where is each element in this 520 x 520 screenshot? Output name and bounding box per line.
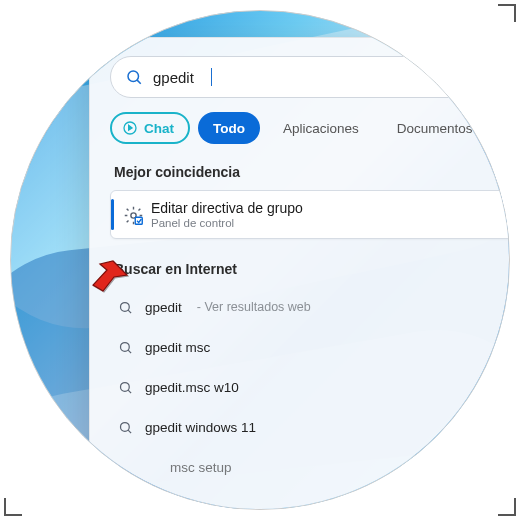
filter-apps[interactable]: Aplicaciones	[268, 112, 374, 144]
web-result-item[interactable]: gpedit msc ›	[110, 327, 510, 367]
best-match-heading: Mejor coincidencia	[114, 164, 510, 180]
filter-all[interactable]: Todo	[198, 112, 260, 144]
filter-docs[interactable]: Documentos	[382, 112, 488, 144]
web-result-query: gpedit	[145, 300, 182, 315]
web-result-query: gpedit.msc w10	[145, 380, 239, 395]
web-result-query: gpedit windows 11	[145, 420, 256, 435]
filter-web[interactable]: Web	[496, 112, 510, 144]
web-result-query: msc setup	[170, 460, 232, 475]
search-box[interactable]: gpedit	[110, 56, 510, 98]
gear-icon	[123, 205, 144, 226]
web-result-item[interactable]: gpedit - Ver resultados web ›	[110, 287, 510, 327]
crop-corner-icon	[488, 488, 516, 516]
web-result-query: gpedit msc	[145, 340, 210, 355]
crop-corner-icon	[4, 488, 32, 516]
web-result-item[interactable]: msc setup	[110, 447, 510, 487]
annotation-arrow-icon	[67, 255, 129, 317]
filter-label: Chat	[144, 121, 174, 136]
best-match-title: Editar directiva de grupo	[151, 200, 510, 216]
web-result-item[interactable]: gpedit windows 11 ›	[110, 407, 510, 447]
start-search-panel: gpedit Chat Todo Aplicaciones Documentos…	[89, 37, 510, 510]
search-icon	[118, 380, 133, 395]
filter-label: Aplicaciones	[283, 121, 359, 136]
text-caret	[211, 68, 212, 86]
best-match-subtitle: Panel de control	[151, 217, 510, 229]
svg-marker-13	[93, 261, 127, 291]
web-results-list: gpedit - Ver resultados web › gpedit msc…	[110, 287, 510, 487]
search-icon	[118, 340, 133, 355]
svg-point-7	[121, 342, 130, 351]
svg-line-12	[128, 430, 131, 433]
svg-line-8	[128, 350, 131, 353]
best-match-result[interactable]: Editar directiva de grupo Panel de contr…	[110, 190, 510, 239]
filter-tabs: Chat Todo Aplicaciones Documentos Web	[110, 112, 510, 144]
filter-label: Documentos	[397, 121, 473, 136]
crop-corner-icon	[488, 4, 516, 32]
screenshot-circle: gpedit Chat Todo Aplicaciones Documentos…	[10, 10, 510, 510]
filter-chat[interactable]: Chat	[110, 112, 190, 144]
web-search-heading: Buscar en Internet	[114, 261, 510, 277]
search-icon	[118, 420, 133, 435]
search-input[interactable]: gpedit	[153, 69, 207, 86]
web-result-item[interactable]: gpedit.msc w10 ›	[110, 367, 510, 407]
svg-point-11	[121, 422, 130, 431]
svg-point-9	[121, 382, 130, 391]
svg-line-10	[128, 390, 131, 393]
web-result-hint: - Ver resultados web	[197, 300, 311, 314]
svg-point-0	[128, 71, 139, 82]
svg-line-1	[137, 80, 141, 84]
filter-label: Todo	[213, 121, 245, 136]
bing-chat-icon	[122, 120, 138, 136]
search-icon	[125, 68, 143, 86]
